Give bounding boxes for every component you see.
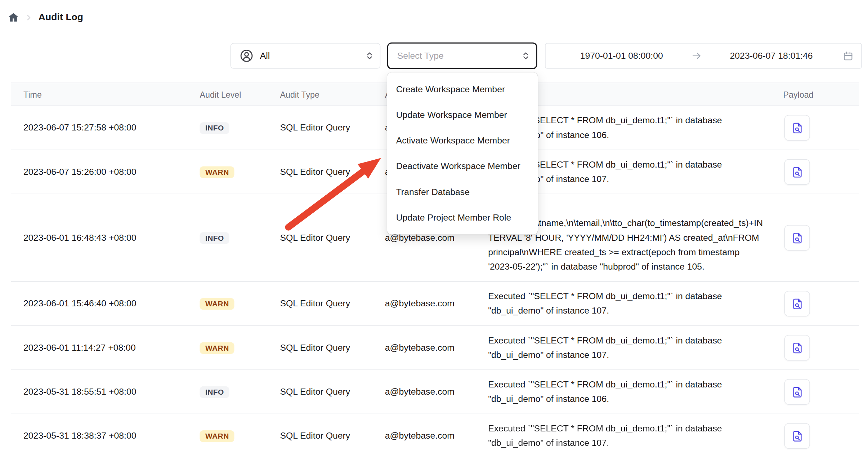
file-search-icon xyxy=(791,385,804,398)
payload-button[interactable] xyxy=(784,291,810,316)
cell-level: WARN xyxy=(200,342,280,354)
audit-level-badge: WARN xyxy=(200,430,234,442)
cell-audit-type: SQL Editor Query xyxy=(280,431,385,441)
dropdown-item-label: Update Workspace Member xyxy=(396,110,507,120)
chevron-up-down-icon xyxy=(365,51,374,61)
cell-level: WARN xyxy=(200,166,280,178)
column-header: Audit Type xyxy=(280,90,385,99)
table-row: 2023-06-01 15:46:40 +08:00 WARN SQL Edit… xyxy=(11,282,859,326)
cell-actor: a@bytebase.com xyxy=(385,431,488,441)
file-search-icon xyxy=(791,165,804,178)
home-icon[interactable] xyxy=(8,12,19,23)
cell-payload xyxy=(778,423,859,449)
payload-button[interactable] xyxy=(784,423,810,449)
audit-type-placeholder: Select Type xyxy=(397,51,444,61)
cell-audit-type: SQL Editor Query xyxy=(280,167,385,177)
cell-payload xyxy=(778,379,859,405)
table-row: 2023-06-01 11:14:27 +08:00 WARN SQL Edit… xyxy=(11,326,859,370)
dropdown-item[interactable]: Update Project Member Role xyxy=(387,205,538,230)
audit-type-filter-select[interactable]: Select Type xyxy=(387,43,537,69)
dropdown-item[interactable]: Activate Workspace Member xyxy=(387,128,538,154)
audit-level-badge: INFO xyxy=(200,122,229,134)
file-search-icon xyxy=(791,430,804,443)
cell-actor: a@bytebase.com xyxy=(385,299,488,309)
file-search-icon xyxy=(791,297,804,310)
file-search-icon xyxy=(791,341,804,354)
column-header: Time xyxy=(11,90,200,99)
cell-time: 2023-05-31 18:55:51 +08:00 xyxy=(11,387,200,397)
cell-payload xyxy=(778,335,859,360)
dropdown-item[interactable]: Create Workspace Member xyxy=(387,76,538,102)
breadcrumb: Audit Log xyxy=(8,10,83,25)
cell-level: WARN xyxy=(200,298,280,310)
cell-audit-type: SQL Editor Query xyxy=(280,299,385,309)
date-range-picker[interactable]: 1970-01-01 08:00:00 2023-06-07 18:01:46 xyxy=(545,43,862,68)
cell-level: INFO xyxy=(200,386,280,398)
payload-button[interactable] xyxy=(784,335,810,360)
audit-level-badge: INFO xyxy=(200,232,229,244)
table-row: 2023-05-31 18:38:37 +08:00 WARN SQL Edit… xyxy=(11,414,859,457)
chevron-right-icon xyxy=(24,13,33,21)
audit-level-badge: WARN xyxy=(200,166,234,178)
cell-audit-type: SQL Editor Query xyxy=(280,123,385,133)
cell-time: 2023-06-07 15:26:00 +08:00 xyxy=(11,167,200,177)
cell-payload xyxy=(778,159,859,185)
dropdown-item[interactable]: Update Workspace Member xyxy=(387,102,538,128)
cell-level: INFO xyxy=(200,232,280,244)
table-row: 2023-05-31 18:55:51 +08:00 INFO SQL Edit… xyxy=(11,370,859,414)
file-search-icon xyxy=(791,231,804,244)
payload-button[interactable] xyxy=(784,159,810,185)
audit-level-badge: INFO xyxy=(200,386,229,398)
dropdown-item-label: Update Project Member Role xyxy=(396,213,511,223)
actor-filter-select[interactable]: All xyxy=(231,43,381,68)
cell-comment: Executed `"SELECT * FROM db_ui_demo.t1;"… xyxy=(488,370,778,414)
date-range-end: 2023-06-07 18:01:46 xyxy=(703,51,840,61)
file-search-icon xyxy=(791,121,804,134)
cell-payload xyxy=(778,291,859,316)
dropdown-item-label: Create Workspace Member xyxy=(396,84,505,94)
cell-payload xyxy=(778,115,859,141)
cell-audit-type: SQL Editor Query xyxy=(280,233,385,243)
actor-filter-value: All xyxy=(260,51,270,61)
cell-actor: a@bytebase.com xyxy=(385,343,488,353)
dropdown-item[interactable]: Deactivate Workspace Member xyxy=(387,154,538,179)
cell-time: 2023-05-31 18:38:37 +08:00 xyxy=(11,431,200,441)
column-header: Payload xyxy=(778,90,859,99)
date-range-start: 1970-01-01 08:00:00 xyxy=(553,51,690,61)
cell-time: 2023-06-01 16:48:43 +08:00 xyxy=(11,233,200,243)
dropdown-item-label: Transfer Database xyxy=(396,187,470,197)
cell-level: INFO xyxy=(200,122,280,134)
payload-button[interactable] xyxy=(784,225,810,250)
cell-level: WARN xyxy=(200,430,280,442)
cell-comment: Executed `"SELECT * FROM db_ui_demo.t1;"… xyxy=(488,414,778,457)
dropdown-item-label: Activate Workspace Member xyxy=(396,136,510,146)
cell-audit-type: SQL Editor Query xyxy=(280,387,385,397)
dropdown-item-label: Deactivate Workspace Member xyxy=(396,161,520,172)
payload-button[interactable] xyxy=(784,115,810,141)
audit-level-badge: WARN xyxy=(200,342,234,354)
cell-payload xyxy=(778,225,859,250)
page-title: Audit Log xyxy=(39,12,83,23)
cell-comment: Executed `"SELECT * FROM db_ui_demo.t1;"… xyxy=(488,326,778,369)
audit-level-badge: WARN xyxy=(200,298,234,310)
column-header: Audit Level xyxy=(200,90,280,99)
chevron-up-down-icon xyxy=(521,51,531,61)
type-dropdown-menu: Create Workspace Member Update Workspace… xyxy=(387,72,538,234)
arrow-right-icon xyxy=(690,50,703,61)
cell-comment: Executed `"SELECT * FROM db_ui_demo.t1;"… xyxy=(488,282,778,325)
cell-audit-type: SQL Editor Query xyxy=(280,343,385,353)
cell-time: 2023-06-01 15:46:40 +08:00 xyxy=(11,299,200,309)
person-circle-icon xyxy=(239,49,254,63)
cell-time: 2023-06-07 15:27:58 +08:00 xyxy=(11,123,200,133)
cell-time: 2023-06-01 11:14:27 +08:00 xyxy=(11,343,200,353)
payload-button[interactable] xyxy=(784,379,810,405)
cell-actor: a@bytebase.com xyxy=(385,387,488,397)
calendar-icon xyxy=(843,50,853,61)
dropdown-item[interactable]: Transfer Database xyxy=(387,179,538,205)
audit-log-page: Audit Log All Select Type 1970-01 xyxy=(0,0,868,457)
